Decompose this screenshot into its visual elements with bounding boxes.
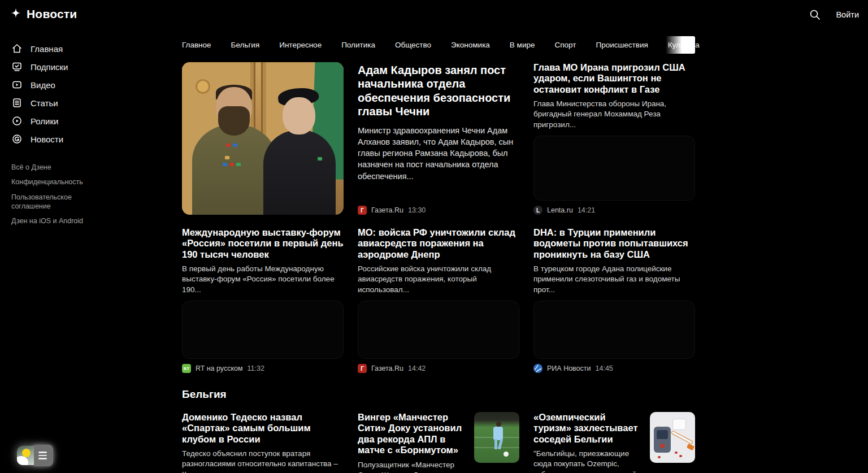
- article-title[interactable]: DHA: в Турции применили водометы против …: [533, 227, 695, 260]
- subscriptions-icon: [11, 61, 23, 72]
- article-title[interactable]: Адам Кадыров занял пост начальника отдел…: [358, 63, 519, 119]
- source-time: 11:32: [248, 364, 264, 372]
- search-icon[interactable]: [809, 8, 821, 21]
- figure-right: [263, 130, 336, 215]
- link-privacy[interactable]: Конфиденциальность: [11, 177, 96, 186]
- feed-row-2: Международную выставку-форум «Россия» по…: [182, 227, 695, 373]
- article-card-doku[interactable]: Вингер «Манчестер Сити» Доку установил д…: [358, 412, 519, 473]
- source-name[interactable]: Газета.Ru: [371, 364, 403, 372]
- source-name[interactable]: РИА Новости: [547, 364, 591, 372]
- cloud-icon: [17, 456, 28, 465]
- article-thumbnail-meds[interactable]: [650, 412, 695, 463]
- tab-obschestvo[interactable]: Общество: [395, 41, 431, 49]
- feed-row-1: Адам Кадыров занял пост начальника отдел…: [182, 62, 695, 215]
- logo-text: Новости: [27, 7, 77, 21]
- article-excerpt: Полузащитник «Манчестер Сити» Жереми Док…: [358, 460, 466, 473]
- article-title[interactable]: Международную выставку-форум «Россия» по…: [182, 227, 344, 260]
- main-content: Главное Бельгия Интересное Политика Обще…: [182, 36, 695, 473]
- sidebar-item-articles[interactable]: Статьи: [11, 94, 164, 112]
- article-source-row: RT RT на русском 11:32: [182, 364, 344, 373]
- article-source-row: L Lenta.ru 14:21: [533, 206, 695, 215]
- tab-glavnoe[interactable]: Главное: [182, 41, 211, 49]
- sidebar-footer-links: Всё о Дзене Конфиденциальность Пользоват…: [11, 163, 164, 225]
- tab-belgium[interactable]: Бельгия: [231, 41, 260, 49]
- link-about-dzen[interactable]: Всё о Дзене: [11, 163, 96, 172]
- home-icon: [11, 43, 23, 54]
- sidebar: Главная Подписки Видео Статьи Ролики: [11, 40, 164, 231]
- article-excerpt: "Бельгийцы, приезжающие сюда покупать Oz…: [533, 449, 642, 473]
- sidebar-item-label: Статьи: [31, 98, 58, 108]
- article-title[interactable]: Доменико Тедеско назвал «Спартак» самым …: [182, 412, 344, 445]
- source-name[interactable]: RT на русском: [196, 364, 243, 372]
- sidebar-item-video[interactable]: Видео: [11, 76, 164, 94]
- tab-interesnoe[interactable]: Интересное: [279, 41, 322, 49]
- article-card-iran[interactable]: Глава МО Ирана пригрозил США ударом, есл…: [533, 62, 695, 215]
- gazeta-logo-icon: Г: [358, 206, 367, 215]
- feed-row-3: Доменико Тедеско назвал «Спартак» самым …: [182, 412, 695, 473]
- tab-proisshestviya[interactable]: Происшествия: [596, 41, 648, 49]
- articles-icon: [11, 97, 23, 109]
- article-excerpt: Российские войска уничтожили склад авиас…: [358, 264, 519, 294]
- tab-sport[interactable]: Спорт: [554, 41, 576, 49]
- floating-widget: [17, 446, 52, 465]
- link-apps[interactable]: Дзен на iOS и Android: [11, 216, 96, 225]
- article-image-dark[interactable]: [358, 301, 519, 359]
- link-user-agreement[interactable]: Пользовательское соглашение: [11, 193, 96, 211]
- article-source-row: РИА Новости 14:45: [533, 364, 695, 373]
- sidebar-item-label: Новости: [31, 134, 63, 144]
- article-title[interactable]: Вингер «Манчестер Сити» Доку установил д…: [358, 412, 466, 456]
- sidebar-item-label: Ролики: [31, 116, 58, 126]
- login-button[interactable]: Войти: [836, 10, 859, 19]
- lenta-logo-icon: L: [533, 206, 542, 215]
- article-card-tedesco[interactable]: Доменико Тедеско назвал «Спартак» самым …: [182, 412, 344, 473]
- lead-article-image[interactable]: [182, 62, 344, 215]
- article-excerpt: В турецком городе Адана полицейские прим…: [533, 264, 695, 294]
- tab-politika[interactable]: Политика: [341, 41, 375, 49]
- source-name[interactable]: Lenta.ru: [547, 206, 573, 214]
- source-time: 14:42: [408, 364, 426, 372]
- source-time: 14:21: [578, 206, 595, 214]
- video-icon: [11, 79, 23, 90]
- tab-v-mire[interactable]: В мире: [510, 41, 535, 49]
- gazeta-logo-icon: Г: [358, 364, 367, 373]
- article-card-dha[interactable]: DHA: в Турции применили водометы против …: [533, 227, 695, 373]
- tabs-scroll-fade: [666, 36, 695, 54]
- ria-globe-icon: [533, 364, 542, 373]
- article-image-dark[interactable]: [182, 301, 344, 359]
- article-title[interactable]: Глава МО Ирана пригрозил США ударом, есл…: [533, 62, 695, 95]
- source-name[interactable]: Газета.Ru: [371, 206, 403, 214]
- sidebar-item-label: Подписки: [31, 62, 68, 72]
- dzen-star-icon: [9, 7, 23, 21]
- sidebar-item-home[interactable]: Главная: [11, 40, 164, 58]
- article-card-mo[interactable]: МО: войска РФ уничтожили склад авиасредс…: [358, 227, 519, 373]
- article-title[interactable]: МО: войска РФ уничтожили склад авиасредс…: [358, 227, 519, 260]
- rt-logo-icon: RT: [182, 364, 191, 373]
- article-excerpt: Глава Министерства обороны Ирана, бригад…: [533, 99, 695, 129]
- lead-article-card[interactable]: Адам Кадыров занял пост начальника отдел…: [182, 62, 519, 215]
- weather-widget-button[interactable]: [17, 446, 34, 465]
- article-image-dark[interactable]: [533, 136, 695, 201]
- dzen-logo[interactable]: Новости: [9, 7, 77, 21]
- dzen-news-page: Новости Войти Главная Подписки Виде: [0, 0, 868, 473]
- section-title-belgium: Бельгия: [182, 388, 695, 401]
- article-source-row: Г Газета.Ru 14:42: [358, 364, 519, 373]
- sidebar-item-label: Главная: [31, 44, 63, 54]
- clips-icon: [11, 115, 23, 127]
- article-title[interactable]: «Оземпический туризм» захлестывает сосед…: [533, 412, 642, 445]
- tab-ekonomika[interactable]: Экономика: [451, 41, 490, 49]
- article-card-exhibition[interactable]: Международную выставку-форум «Россия» по…: [182, 227, 344, 373]
- sidebar-item-clips[interactable]: Ролики: [11, 112, 164, 130]
- menu-button[interactable]: [32, 445, 53, 466]
- source-time: 13:30: [408, 206, 426, 214]
- sidebar-item-subscriptions[interactable]: Подписки: [11, 58, 164, 76]
- sidebar-item-label: Видео: [31, 80, 55, 90]
- article-excerpt: В первый день работы Международную выста…: [182, 264, 344, 294]
- article-thumbnail-football[interactable]: [474, 412, 519, 463]
- article-image-dark[interactable]: [533, 301, 695, 359]
- article-source-row: Г Газета.Ru 13:30: [358, 206, 519, 215]
- hamburger-icon: [38, 452, 47, 453]
- source-time: 14:45: [596, 364, 613, 372]
- article-excerpt: Тедеско объяснил поступок вратаря разног…: [182, 449, 344, 473]
- article-card-ozempic[interactable]: «Оземпический туризм» захлестывает сосед…: [533, 412, 695, 473]
- sidebar-item-news[interactable]: Новости: [11, 130, 164, 148]
